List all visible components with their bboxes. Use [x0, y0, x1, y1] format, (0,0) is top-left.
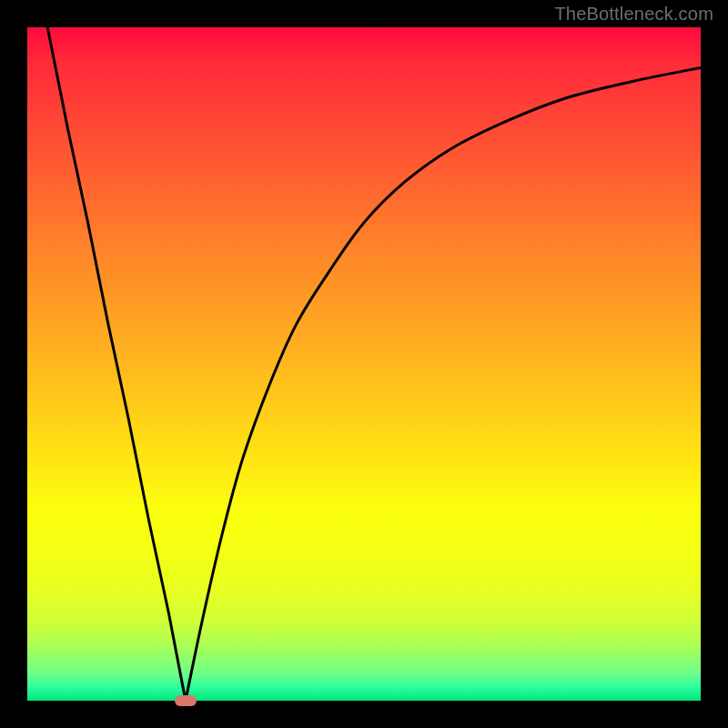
curve-left-branch — [47, 27, 186, 701]
bottleneck-curve — [27, 27, 701, 701]
chart-container: TheBottleneck.com — [0, 0, 728, 728]
plot-area — [27, 27, 701, 701]
watermark-text: TheBottleneck.com — [554, 4, 713, 25]
curve-right-branch — [186, 67, 701, 701]
optimal-point-marker — [175, 695, 197, 706]
